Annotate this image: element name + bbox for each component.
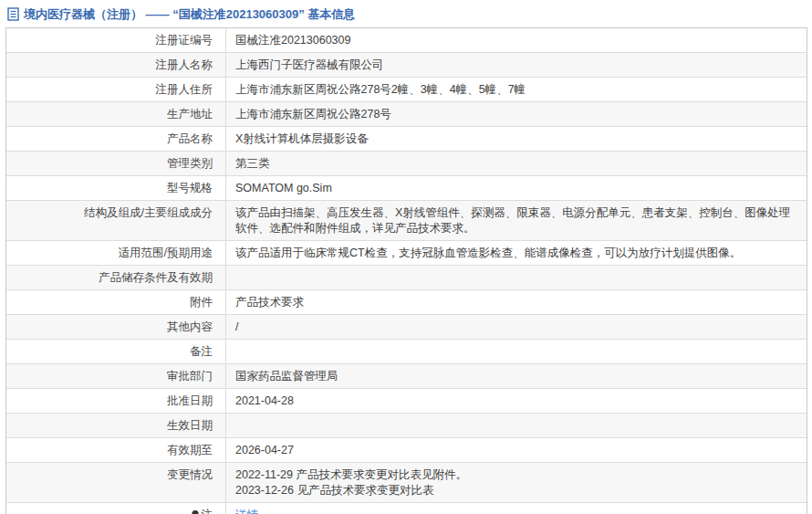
row-label: 管理类别 bbox=[6, 152, 226, 175]
row-label: 批准日期 bbox=[6, 389, 226, 413]
table-row: 产品储存条件及有效期 bbox=[6, 265, 807, 289]
row-value: 产品技术要求 bbox=[226, 290, 807, 314]
row-value bbox=[226, 266, 807, 289]
row-label: 注册证编号 bbox=[6, 28, 226, 52]
row-value: 2022-11-29 产品技术要求变更对比表见附件。2023-12-26 见产品… bbox=[226, 463, 807, 502]
row-value: 详情 bbox=[226, 503, 807, 514]
row-label: 审批部门 bbox=[6, 364, 226, 388]
row-value: 2021-04-28 bbox=[226, 389, 807, 413]
note-icon bbox=[191, 509, 200, 514]
row-value: SOMATOM go.Sim bbox=[226, 176, 807, 200]
row-value: X射线计算机体层摄影设备 bbox=[226, 127, 807, 151]
table-row: 产品名称X射线计算机体层摄影设备 bbox=[6, 126, 807, 151]
row-label: 备注 bbox=[6, 340, 226, 363]
info-table: 注册证编号国械注准20213060309注册人名称上海西门子医疗器械有限公司注册… bbox=[5, 27, 807, 514]
row-label: 注册人住所 bbox=[6, 78, 226, 101]
table-row: 管理类别第三类 bbox=[6, 151, 807, 175]
table-row: 有效期至2026-04-27 bbox=[6, 437, 807, 462]
table-row: 注册人名称上海西门子医疗器械有限公司 bbox=[6, 52, 807, 77]
row-value bbox=[226, 414, 807, 437]
row-label: 适用范围/预期用途 bbox=[6, 241, 226, 265]
table-row: 生产地址上海市浦东新区周祝公路278号 bbox=[6, 101, 807, 126]
table-row: 结构及组成/主要组成成分该产品由扫描架、高压发生器、X射线管组件、探测器、限束器… bbox=[6, 200, 807, 240]
row-value: 上海市浦东新区周祝公路278号 bbox=[226, 102, 807, 126]
row-value: 该产品适用于临床常规CT检查，支持冠脉血管造影检查、能谱成像检查，可以为放疗计划… bbox=[226, 241, 807, 265]
table-row: 其他内容/ bbox=[6, 314, 807, 339]
row-value: 国械注准20213060309 bbox=[226, 28, 807, 52]
row-label: 结构及组成/主要组成成分 bbox=[6, 201, 226, 240]
table-row: 适用范围/预期用途该产品适用于临床常规CT检查，支持冠脉血管造影检查、能谱成像检… bbox=[6, 240, 807, 265]
row-label: 产品名称 bbox=[6, 127, 226, 151]
table-row: 批准日期2021-04-28 bbox=[6, 388, 807, 413]
row-label: 变更情况 bbox=[6, 463, 226, 502]
table-row: 备注 bbox=[6, 339, 807, 363]
row-label: 其他内容 bbox=[6, 315, 226, 339]
page-header: 境内医疗器械（注册） —— “国械注准20213060309” 基本信息 bbox=[0, 0, 812, 26]
row-value: 上海市浦东新区周祝公路278号2幢、3幢、4幢、5幢、7幢 bbox=[226, 78, 807, 101]
table-row: 注详情 bbox=[6, 502, 807, 514]
table-row: 注册人住所上海市浦东新区周祝公路278号2幢、3幢、4幢、5幢、7幢 bbox=[6, 77, 807, 101]
row-value: 国家药品监督管理局 bbox=[226, 364, 807, 388]
row-value: 第三类 bbox=[226, 152, 807, 175]
table-row: 注册证编号国械注准20213060309 bbox=[6, 28, 807, 52]
table-row: 审批部门国家药品监督管理局 bbox=[6, 363, 807, 388]
document-icon bbox=[7, 7, 19, 21]
row-label: 注册人名称 bbox=[6, 53, 226, 77]
table-row: 附件产品技术要求 bbox=[6, 289, 807, 314]
row-label: 生效日期 bbox=[6, 414, 226, 437]
page-title: 境内医疗器械（注册） —— “国械注准20213060309” 基本信息 bbox=[24, 6, 355, 23]
row-label: 附件 bbox=[6, 290, 226, 314]
row-label: 注 bbox=[6, 503, 226, 514]
details-link[interactable]: 详情 bbox=[235, 509, 258, 514]
row-value: / bbox=[226, 315, 807, 339]
table-row: 型号规格SOMATOM go.Sim bbox=[6, 175, 807, 200]
table-row: 变更情况2022-11-29 产品技术要求变更对比表见附件。2023-12-26… bbox=[6, 462, 807, 502]
row-value: 上海西门子医疗器械有限公司 bbox=[226, 53, 807, 77]
row-label: 生产地址 bbox=[6, 102, 226, 126]
row-label: 产品储存条件及有效期 bbox=[6, 266, 226, 289]
row-label: 有效期至 bbox=[6, 438, 226, 462]
table-row: 生效日期 bbox=[6, 413, 807, 437]
row-value: 该产品由扫描架、高压发生器、X射线管组件、探测器、限束器、电源分配单元、患者支架… bbox=[226, 201, 807, 240]
row-value bbox=[226, 340, 807, 363]
row-value: 2026-04-27 bbox=[226, 438, 807, 462]
row-label: 型号规格 bbox=[6, 176, 226, 200]
